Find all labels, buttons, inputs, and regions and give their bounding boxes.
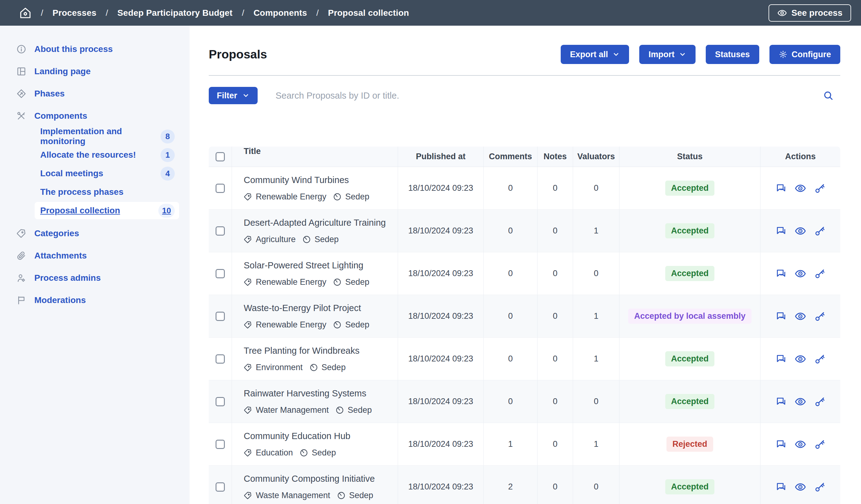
row-checkbox[interactable]	[216, 184, 225, 193]
show-proposal-eye-icon[interactable]	[794, 396, 806, 408]
breadcrumb-process-name[interactable]: Sedep Participatory Budget	[117, 8, 232, 18]
actions-cell	[761, 380, 840, 423]
proposal-title-link[interactable]: Community Composting Initiative	[244, 474, 375, 484]
column-status: Status	[619, 147, 761, 167]
row-checkbox[interactable]	[216, 354, 225, 364]
proposal-title-link[interactable]: Solar-Powered Street Lighting	[244, 260, 364, 271]
statuses-button[interactable]: Statuses	[706, 45, 759, 64]
statuses-label: Statuses	[715, 50, 750, 59]
sidebar-item-moderations[interactable]: Moderations	[0, 289, 190, 311]
proposal-title-link[interactable]: Waste-to-Energy Pilot Project	[244, 303, 361, 313]
sidebar-component-item[interactable]: Local meetings 4	[35, 165, 179, 182]
sidebar-item-attachments[interactable]: Attachments	[0, 245, 190, 267]
valuators-count-cell: 1	[573, 295, 619, 337]
row-checkbox[interactable]	[216, 397, 225, 406]
sidebar-component-item[interactable]: Implementation and monitoring 8	[35, 128, 179, 145]
column-notes: Notes	[537, 147, 573, 167]
row-select-cell	[209, 466, 232, 504]
tag-icon	[16, 229, 26, 239]
select-all-checkbox[interactable]	[216, 152, 225, 161]
sidebar-component-label: The process phases	[40, 187, 123, 197]
sidebar-component-item[interactable]: Allocate the resources! 1	[35, 146, 179, 164]
actions-cell	[761, 167, 840, 209]
search-icon[interactable]	[821, 88, 835, 103]
proposal-title-cell: Solar-Powered Street Lighting Renewable …	[232, 252, 398, 295]
show-proposal-eye-icon[interactable]	[794, 182, 806, 194]
breadcrumb-current-page: Proposal collection	[328, 8, 409, 18]
sidebar-item-about[interactable]: About this process	[0, 38, 190, 60]
row-checkbox[interactable]	[216, 482, 225, 492]
status-cell: Accepted	[619, 338, 761, 380]
search-input[interactable]	[276, 91, 821, 101]
proposal-meta: Waste Management Sedep	[244, 491, 373, 500]
select-all-cell	[209, 147, 232, 167]
proposal-category: Renewable Energy	[256, 192, 326, 202]
breadcrumb-components[interactable]: Components	[254, 8, 307, 18]
permissions-key-icon[interactable]	[814, 311, 825, 322]
comments-count-cell: 0	[484, 210, 537, 252]
answer-proposal-icon[interactable]	[775, 183, 787, 194]
row-checkbox[interactable]	[216, 440, 225, 449]
sidebar-item-landing-page[interactable]: Landing page	[0, 60, 190, 83]
actions-cell	[761, 210, 840, 252]
permissions-key-icon[interactable]	[814, 396, 825, 407]
export-all-button[interactable]: Export all	[561, 45, 629, 64]
sidebar-component-item[interactable]: Proposal collection 10	[35, 202, 179, 219]
proposal-title-link[interactable]: Rainwater Harvesting Systems	[244, 389, 366, 398]
see-process-button[interactable]: See process	[768, 4, 851, 22]
proposals-table: Title Published at Comments Notes Valuat…	[209, 147, 840, 504]
row-checkbox[interactable]	[216, 226, 225, 236]
show-proposal-eye-icon[interactable]	[794, 268, 806, 280]
permissions-key-icon[interactable]	[814, 353, 825, 365]
answer-proposal-icon[interactable]	[775, 311, 787, 322]
tag-icon	[244, 491, 252, 500]
permissions-key-icon[interactable]	[814, 226, 825, 236]
chevron-down-icon	[679, 51, 686, 58]
configure-button[interactable]: Configure	[769, 45, 840, 64]
show-proposal-eye-icon[interactable]	[794, 438, 806, 450]
permissions-key-icon[interactable]	[814, 268, 825, 279]
filter-button[interactable]: Filter	[209, 87, 258, 104]
permissions-key-icon[interactable]	[814, 481, 825, 493]
proposal-title-link[interactable]: Desert-Adapted Agriculture Training	[244, 218, 386, 228]
published-at-cell: 18/10/2024 09:23	[398, 252, 484, 295]
sidebar-item-phases[interactable]: Phases	[0, 83, 190, 105]
sidebar-item-categories[interactable]: Categories	[0, 222, 190, 245]
proposal-meta: Renewable Energy Sedep	[244, 192, 369, 202]
show-proposal-eye-icon[interactable]	[794, 353, 806, 365]
valuators-count-cell: 1	[573, 338, 619, 380]
show-proposal-eye-icon[interactable]	[794, 225, 806, 237]
proposal-category: Waste Management	[256, 491, 330, 500]
breadcrumb-processes[interactable]: Processes	[53, 8, 96, 18]
answer-proposal-icon[interactable]	[775, 353, 787, 365]
column-valuators: Valuators	[573, 147, 619, 167]
permissions-key-icon[interactable]	[814, 439, 825, 450]
proposal-title-link[interactable]: Community Wind Turbines	[244, 175, 349, 185]
answer-proposal-icon[interactable]	[775, 439, 787, 450]
sidebar-component-label: Local meetings	[40, 168, 103, 178]
user-gear-icon	[16, 273, 26, 283]
answer-proposal-icon[interactable]	[775, 268, 787, 279]
proposal-title-link[interactable]: Community Education Hub	[244, 431, 351, 441]
configure-label: Configure	[792, 50, 831, 59]
sidebar-item-process-admins[interactable]: Process admins	[0, 267, 190, 289]
answer-proposal-icon[interactable]	[775, 481, 787, 493]
table-header-row: Title Published at Comments Notes Valuat…	[209, 147, 840, 167]
show-proposal-eye-icon[interactable]	[794, 311, 806, 322]
valuators-count-cell: 1	[573, 423, 619, 465]
permissions-key-icon[interactable]	[814, 183, 825, 194]
row-checkbox[interactable]	[216, 269, 225, 278]
row-select-cell	[209, 338, 232, 380]
answer-proposal-icon[interactable]	[775, 396, 787, 407]
proposal-scope: Sedep	[345, 192, 369, 202]
proposal-title-link[interactable]: Tree Planting for Windbreaks	[244, 346, 359, 356]
row-checkbox[interactable]	[216, 312, 225, 321]
row-select-cell	[209, 380, 232, 423]
published-at-cell: 18/10/2024 09:23	[398, 210, 484, 252]
sidebar-component-item[interactable]: The process phases	[35, 183, 179, 201]
import-button[interactable]: Import	[639, 45, 696, 64]
home-gear-icon[interactable]	[19, 7, 31, 19]
show-proposal-eye-icon[interactable]	[794, 481, 806, 493]
sidebar-item-components[interactable]: Components	[0, 105, 190, 127]
answer-proposal-icon[interactable]	[775, 226, 787, 236]
